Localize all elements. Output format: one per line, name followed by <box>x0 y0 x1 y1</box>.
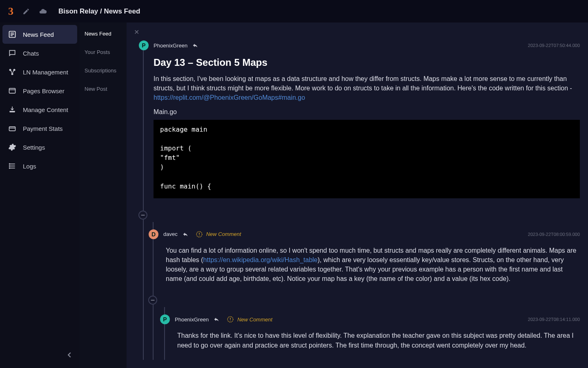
comment-header: D davec New Comment 2023-09-22T08:00:59.… <box>149 229 580 239</box>
svg-point-23 <box>230 321 231 321</box>
post-body-link[interactable]: https://replit.com/@PhoenixGreen/GoMaps#… <box>154 94 305 101</box>
svg-point-17 <box>9 168 10 168</box>
app-header: 3 Bison Relay / News Feed <box>0 0 588 22</box>
sidebar-item-news-feed[interactable]: News Feed <box>2 25 77 44</box>
svg-point-20 <box>199 235 200 236</box>
comment: P PhoenixGreen New Comment 2023-09-22T08… <box>165 314 588 359</box>
comment-author: PhoenixGreen <box>175 316 209 323</box>
post-author: PhoenixGreen <box>154 43 187 49</box>
svg-point-15 <box>9 164 10 164</box>
page-title: Bison Relay / News Feed <box>58 7 140 16</box>
svg-rect-9 <box>9 111 15 112</box>
sidebar-item-logs[interactable]: Logs <box>2 157 77 175</box>
comment: D davec New Comment 2023-09-22T08:00:59.… <box>154 229 588 294</box>
thread-collapse-button[interactable]: − <box>148 296 157 305</box>
cloud-icon[interactable] <box>39 7 47 16</box>
avatar: P <box>139 40 149 50</box>
comment-author: davec <box>163 231 178 237</box>
avatar: P <box>160 314 170 324</box>
comment-timestamp: 2023-09-22T08:00:59.000 <box>528 232 580 237</box>
code-file-label: Main.go <box>154 108 580 116</box>
close-icon[interactable]: ✕ <box>134 28 139 36</box>
sidebar-item-payment-stats[interactable]: Payment Stats <box>2 119 77 138</box>
svg-rect-10 <box>9 127 16 131</box>
sidebar-item-settings[interactable]: Settings <box>2 138 77 157</box>
comment-thread-nested: P PhoenixGreen New Comment 2023-09-22T08… <box>164 307 588 359</box>
sidebar-item-label: News Feed <box>23 31 54 38</box>
sidebar-collapse-button[interactable] <box>65 350 74 361</box>
primary-sidebar: News Feed Chats LN Management Pages Brow… <box>0 22 80 368</box>
sidebar-item-label: Payment Stats <box>23 125 63 132</box>
post-header: P PhoenixGreen 2023-09-22T07:50:44.000 <box>139 40 580 50</box>
reply-icon[interactable] <box>192 43 198 48</box>
thread-collapse-button[interactable]: − <box>138 211 147 220</box>
secondary-subnav: News Feed Your Posts Subscriptions New P… <box>80 22 127 368</box>
svg-point-6 <box>11 73 13 75</box>
subnav-item-new-post[interactable]: New Post <box>85 86 122 92</box>
comment-header: P PhoenixGreen New Comment 2023-09-22T08… <box>160 314 580 324</box>
svg-point-16 <box>9 166 10 166</box>
post-title: Day 13 – Section 5 Maps <box>154 57 580 68</box>
sidebar-item-label: Pages Browser <box>23 88 65 94</box>
sidebar-item-pages-browser[interactable]: Pages Browser <box>2 81 77 100</box>
post-timeline: P PhoenixGreen 2023-09-22T07:50:44.000 D… <box>143 40 588 360</box>
comment-timestamp: 2023-09-22T08:14:11.000 <box>528 317 580 322</box>
post-body: In this section, I've been looking at ma… <box>154 74 580 103</box>
subnav-item-your-posts[interactable]: Your Posts <box>85 49 122 55</box>
new-comment-badge: New Comment <box>196 231 241 238</box>
avatar: D <box>149 229 158 239</box>
sidebar-item-chats[interactable]: Chats <box>2 44 77 63</box>
sidebar-item-label: Manage Content <box>23 106 68 113</box>
new-comment-label: New Comment <box>237 316 272 323</box>
new-comment-badge: New Comment <box>227 316 272 323</box>
sidebar-item-label: LN Management <box>23 69 68 76</box>
code-block: package main import ( "fmt" ) func main(… <box>154 120 580 198</box>
comment-body: You can find a lot of information online… <box>166 246 580 284</box>
comment-body: Thanks for the link. It's nice to have t… <box>177 331 580 350</box>
sidebar-item-label: Logs <box>23 163 36 170</box>
post-timestamp: 2023-09-22T07:50:44.000 <box>528 43 580 48</box>
comment-body-link[interactable]: https://en.wikipedia.org/wiki/Hash_table <box>203 256 318 263</box>
app-logo: 3 <box>8 5 13 18</box>
compose-icon[interactable] <box>22 8 30 15</box>
sidebar-item-label: Settings <box>23 144 45 151</box>
comment-thread: D davec New Comment 2023-09-22T08:00:59.… <box>153 222 588 360</box>
content-area: ✕ P PhoenixGreen 2023-09-22T07:50:44.000… <box>127 22 588 368</box>
svg-rect-7 <box>9 88 16 93</box>
post-body-text: In this section, I've been looking at ma… <box>154 75 572 92</box>
subnav-item-news-feed[interactable]: News Feed <box>85 31 122 37</box>
reply-icon[interactable] <box>183 231 188 237</box>
new-comment-label: New Comment <box>206 231 241 237</box>
post: P PhoenixGreen 2023-09-22T07:50:44.000 D… <box>144 40 588 208</box>
sidebar-item-label: Chats <box>23 50 39 57</box>
reply-icon[interactable] <box>214 316 219 322</box>
sidebar-item-ln-management[interactable]: LN Management <box>2 63 77 81</box>
sidebar-item-manage-content[interactable]: Manage Content <box>2 100 77 119</box>
subnav-item-subscriptions[interactable]: Subscriptions <box>85 67 122 74</box>
